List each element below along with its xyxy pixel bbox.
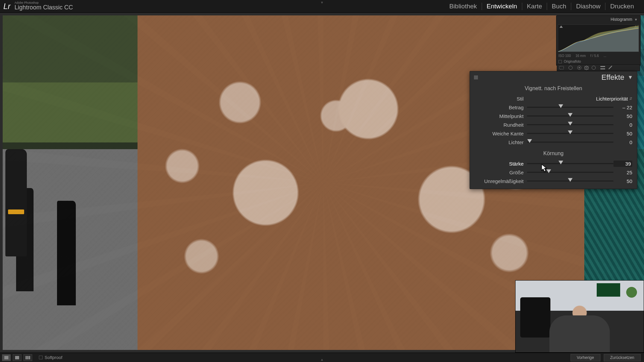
expand-bottom-icon[interactable]: ▲ bbox=[320, 358, 324, 361]
vignette-style-label: Stil bbox=[477, 96, 527, 102]
module-tab-bibliothek[interactable]: Bibliothek bbox=[444, 3, 482, 10]
vignette-style-row[interactable]: Stil Lichterpriorität ⇵ bbox=[470, 94, 637, 103]
view-compare-button[interactable] bbox=[13, 354, 21, 361]
module-tab-buch[interactable]: Buch bbox=[547, 3, 571, 10]
vignette-label-0: Betrag bbox=[477, 105, 527, 110]
histogram-panel: Histogramm ▼ ISO 10016 mmf / 5.6... Orig… bbox=[556, 15, 641, 66]
vignette-style-value[interactable]: Lichterpriorität bbox=[527, 96, 629, 102]
app-topbar: Lr Adobe Photoshop Lightroom Classic CC … bbox=[0, 0, 644, 13]
vignette-value-2[interactable]: 0 bbox=[613, 122, 632, 128]
view-survey-button[interactable] bbox=[23, 354, 32, 361]
vignette-value-1[interactable]: 50 bbox=[613, 113, 632, 119]
reset-button[interactable]: Zurücksetzen bbox=[604, 354, 641, 361]
histogram-meta-item: 16 mm bbox=[576, 54, 586, 58]
expand-top-icon[interactable]: ▼ bbox=[320, 1, 324, 4]
vignette-label-4: Lichter bbox=[477, 139, 527, 145]
grain-row-1: Größe25 bbox=[470, 168, 637, 177]
vignette-row-4: Lichter0 bbox=[470, 138, 637, 146]
slider-thumb-icon[interactable] bbox=[527, 139, 532, 143]
grain-row-2: Unregelmäßigkeit50 bbox=[470, 177, 637, 185]
vignette-row-0: Betrag– 22 bbox=[470, 103, 637, 112]
vignette-slider-4[interactable] bbox=[527, 140, 613, 144]
slider-thumb-icon[interactable] bbox=[568, 178, 573, 182]
softproof-toggle[interactable]: Softproof bbox=[39, 355, 62, 360]
grain-row-0: Stärke39 bbox=[470, 159, 637, 168]
brush-tool-icon[interactable] bbox=[600, 66, 605, 69]
crop-tool-icon[interactable] bbox=[559, 66, 564, 69]
slider-thumb-icon[interactable] bbox=[558, 104, 563, 108]
vignette-slider-1[interactable] bbox=[527, 114, 613, 118]
grain-value-0[interactable]: 39 bbox=[613, 161, 632, 167]
grain-slider-0[interactable] bbox=[527, 161, 613, 166]
panel-toggle-icon[interactable] bbox=[474, 75, 478, 79]
histogram-meta-item: f / 5.6 bbox=[590, 54, 599, 58]
grain-slider-1[interactable] bbox=[527, 170, 613, 175]
checkbox-icon[interactable] bbox=[39, 356, 43, 359]
vignette-label-2: Rundheit bbox=[477, 122, 527, 128]
vignette-section-title: Vignett. nach Freistellen bbox=[470, 85, 637, 92]
spot-tool-icon[interactable] bbox=[569, 66, 573, 70]
histogram-meta-item: ISO 100 bbox=[558, 54, 571, 58]
histogram-original-label: Originalfoto bbox=[564, 60, 581, 63]
previous-button[interactable]: Vorherige bbox=[571, 354, 600, 361]
vignette-value-0[interactable]: – 22 bbox=[613, 105, 632, 110]
dropdown-icon[interactable]: ⇵ bbox=[629, 97, 632, 101]
slider-thumb-icon[interactable] bbox=[568, 122, 573, 125]
vignette-slider-2[interactable] bbox=[527, 122, 613, 127]
radial-tool-icon[interactable] bbox=[586, 67, 587, 68]
slider-thumb-icon[interactable] bbox=[558, 161, 563, 164]
vignette-value-3[interactable]: 50 bbox=[613, 131, 632, 136]
module-tab-entwickeln[interactable]: Entwickeln bbox=[482, 3, 522, 10]
vignette-row-2: Rundheit0 bbox=[470, 120, 637, 129]
vignette-row-3: Weiche Kante50 bbox=[470, 129, 637, 138]
app-logo: Lr bbox=[3, 2, 10, 11]
grain-slider-2[interactable] bbox=[527, 179, 613, 183]
histogram-title: Histogramm bbox=[610, 17, 632, 22]
view-loupe-button[interactable] bbox=[2, 354, 11, 361]
histogram-header[interactable]: Histogramm ▼ bbox=[556, 16, 640, 23]
effects-title: Effekte bbox=[601, 73, 624, 82]
slider-thumb-icon[interactable] bbox=[568, 130, 573, 134]
effects-header[interactable]: Effekte ▼ bbox=[470, 71, 637, 83]
app-brand: Adobe Photoshop Lightroom Classic CC bbox=[12, 1, 73, 11]
vignette-label-1: Mittelpunkt bbox=[477, 113, 527, 119]
grain-label-0: Stärke bbox=[477, 161, 527, 167]
vignette-slider-0[interactable] bbox=[527, 105, 613, 110]
grain-section-title: Körnung bbox=[470, 150, 637, 157]
local-tool-strip bbox=[557, 64, 640, 71]
vignette-slider-3[interactable] bbox=[527, 131, 613, 136]
vignette-label-3: Weiche Kante bbox=[477, 131, 527, 136]
module-tab-karte[interactable]: Karte bbox=[522, 3, 547, 10]
chevron-down-icon[interactable]: ▼ bbox=[628, 74, 633, 80]
effects-panel: Effekte ▼ Vignett. nach Freistellen Stil… bbox=[470, 71, 637, 189]
checkbox-icon[interactable] bbox=[558, 60, 562, 63]
module-tab-drucken[interactable]: Drucken bbox=[605, 3, 639, 10]
histogram-meta-item: ... bbox=[603, 54, 606, 58]
adjust-tool-icon[interactable] bbox=[608, 66, 612, 69]
histogram-meta: ISO 10016 mmf / 5.6... bbox=[556, 53, 640, 59]
grain-value-1[interactable]: 25 bbox=[613, 170, 632, 175]
vignette-value-4[interactable]: 0 bbox=[613, 139, 632, 145]
histogram-chart[interactable] bbox=[558, 24, 639, 52]
redeye-tool-icon[interactable] bbox=[577, 66, 581, 70]
softproof-label: Softproof bbox=[45, 355, 62, 360]
slider-thumb-icon[interactable] bbox=[568, 113, 573, 117]
vignette-row-1: Mittelpunkt50 bbox=[470, 112, 637, 120]
module-tab-diashow[interactable]: Diashow bbox=[571, 3, 605, 10]
grain-value-2[interactable]: 50 bbox=[613, 178, 632, 184]
grain-label-1: Größe bbox=[477, 170, 527, 175]
module-switcher: BibliothekEntwickelnKarteBuchDiashowDruc… bbox=[444, 3, 644, 10]
chevron-down-icon[interactable]: ▼ bbox=[634, 18, 638, 21]
graduated-tool-icon[interactable] bbox=[592, 66, 596, 70]
grain-label-2: Unregelmäßigkeit bbox=[477, 178, 527, 184]
webcam-overlay bbox=[515, 280, 644, 353]
slider-thumb-icon[interactable] bbox=[546, 169, 551, 173]
